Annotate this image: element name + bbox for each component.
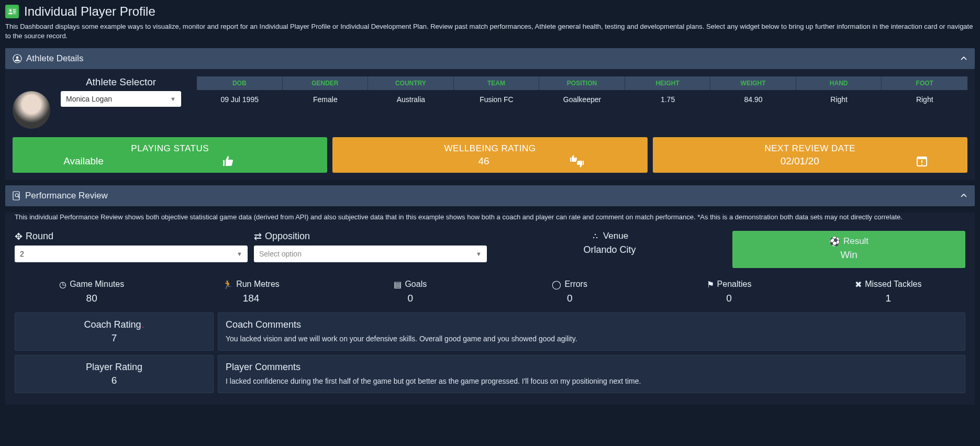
venue-value: Orlando City — [493, 244, 726, 255]
profile-card-icon — [5, 5, 19, 18]
penalties-label: Penalties — [717, 280, 752, 289]
svg-rect-2 — [13, 9, 16, 10]
performance-review-title: Performance Review — [25, 191, 108, 201]
col-country: COUNTRY — [368, 76, 454, 90]
chevron-down-icon: ▼ — [170, 96, 176, 102]
person-icon — [13, 54, 22, 63]
svg-rect-10 — [921, 164, 922, 165]
col-foot: FOOT — [882, 76, 967, 90]
errors-label: Errors — [564, 280, 587, 289]
chevron-up-icon[interactable] — [960, 55, 967, 62]
thumbs-up-down-icon — [569, 154, 585, 168]
next-review-card[interactable]: NEXT REVIEW DATE 02/01/20 . — [653, 137, 967, 173]
round-value: 2 — [20, 250, 24, 258]
run-metres-label: Run Metres — [236, 280, 280, 289]
athlete-selector-label: Athlete Selector — [61, 76, 181, 88]
missed-tackles-label: Missed Tackles — [865, 280, 921, 289]
goals-value: 0 — [333, 293, 487, 304]
athlete-selector[interactable]: Monica Logan ▼ — [61, 91, 181, 107]
player-comments-label: Player Comments — [226, 362, 957, 373]
val-height: 1.75 — [625, 90, 711, 109]
svg-point-6 — [16, 57, 19, 59]
avatar — [13, 91, 50, 129]
game-minutes-label: Game Minutes — [70, 280, 124, 289]
chevron-up-icon[interactable] — [960, 192, 967, 199]
error-icon: ◯ — [552, 280, 561, 289]
coach-comments-value: You lacked vision and we will work on yo… — [226, 334, 957, 343]
run-metres-value: 184 — [174, 293, 328, 304]
athlete-selector-value: Monica Logan — [66, 95, 112, 103]
player-rating-label: Player Rating — [23, 362, 206, 373]
chevron-down-icon: ▼ — [237, 251, 242, 257]
player-comments-card[interactable]: Player Comments I lacked confidence duri… — [218, 355, 965, 393]
stadium-icon: ⛬ — [591, 231, 600, 241]
player-comments-value: I lacked confidence during the first hal… — [226, 377, 957, 385]
coach-comments-label: Coach Comments — [226, 319, 957, 330]
coach-rating-label: Coach Rating — [23, 319, 206, 330]
athlete-details-title: Athlete Details — [26, 53, 84, 64]
scoreboard-icon: ▤ — [394, 280, 402, 289]
missed-tackles-value: 1 — [811, 293, 965, 304]
errors-value: 0 — [493, 293, 647, 304]
val-hand: Right — [796, 90, 882, 109]
val-dob: 09 Jul 1995 — [197, 90, 283, 109]
performance-description: This individual Performance Review shows… — [15, 213, 965, 222]
next-review-title: NEXT REVIEW DATE — [662, 143, 958, 154]
svg-point-1 — [9, 9, 12, 12]
val-foot: Right — [882, 90, 967, 109]
running-icon: 🏃 — [222, 280, 233, 289]
performance-review-header[interactable]: Performance Review — [5, 185, 975, 206]
swap-icon: ⇄ — [254, 231, 262, 242]
playing-status-value: Available — [63, 155, 104, 167]
col-weight: WEIGHT — [710, 76, 796, 90]
result-label: Result — [843, 236, 868, 247]
col-gender: GENDER — [283, 76, 369, 90]
page-title: Individual Player Profile — [24, 4, 155, 19]
coach-rating-card[interactable]: Coach Rating 7 — [15, 313, 214, 351]
opposition-placeholder: Select option — [259, 250, 302, 258]
wellbeing-value: 46 — [478, 155, 489, 167]
svg-rect-9 — [921, 160, 922, 163]
svg-rect-8 — [917, 157, 927, 159]
val-country: Australia — [368, 90, 454, 109]
col-height: HEIGHT — [625, 76, 711, 90]
result-card[interactable]: ⚽Result Win — [732, 231, 965, 268]
playing-status-title: PLAYING STATUS — [22, 143, 318, 154]
col-team: TEAM — [454, 76, 540, 90]
opposition-select[interactable]: Select option ▼ — [254, 246, 487, 262]
opposition-label: Opposition — [265, 231, 310, 242]
player-rating-card[interactable]: Player Rating 6 — [15, 355, 214, 393]
val-gender: Female — [283, 90, 369, 109]
thumbs-up-icon — [221, 155, 235, 168]
goals-label: Goals — [405, 280, 427, 289]
playing-status-card[interactable]: PLAYING STATUS Available . — [13, 137, 327, 173]
next-review-value: 02/01/20 — [781, 155, 819, 167]
col-dob: DOB — [197, 76, 283, 90]
col-hand: HAND — [796, 76, 882, 90]
chevron-down-icon: ▼ — [476, 251, 482, 257]
svg-rect-4 — [13, 13, 16, 13]
penalties-value: 0 — [652, 293, 806, 304]
controller-icon: ✥ — [15, 231, 23, 242]
athlete-details-header[interactable]: Athlete Details — [5, 48, 975, 69]
round-select[interactable]: 2 ▼ — [15, 246, 248, 262]
soccer-ball-icon: ⚽ — [829, 236, 840, 247]
page-description: This Dashboard displays some example way… — [5, 22, 975, 41]
venue-label: Venue — [603, 231, 628, 241]
game-minutes-value: 80 — [15, 293, 169, 304]
search-page-icon — [13, 191, 21, 200]
coach-comments-card[interactable]: Coach Comments You lacked vision and we … — [218, 313, 965, 351]
result-value: Win — [738, 249, 960, 261]
svg-rect-3 — [13, 11, 16, 12]
clock-icon: ◷ — [59, 280, 66, 289]
calendar-alert-icon — [916, 155, 928, 168]
col-position: POSITION — [539, 76, 625, 90]
wellbeing-card[interactable]: WELLBEING RATING 46 . — [332, 137, 647, 173]
coach-rating-value: 7 — [23, 332, 206, 344]
val-weight: 84.90 — [710, 90, 796, 109]
val-position: Goalkeeper — [539, 90, 625, 109]
val-team: Fusion FC — [454, 90, 540, 109]
whistle-icon: ⚑ — [707, 280, 714, 289]
round-label: Round — [26, 231, 53, 242]
tackle-icon: ✖ — [855, 280, 862, 289]
